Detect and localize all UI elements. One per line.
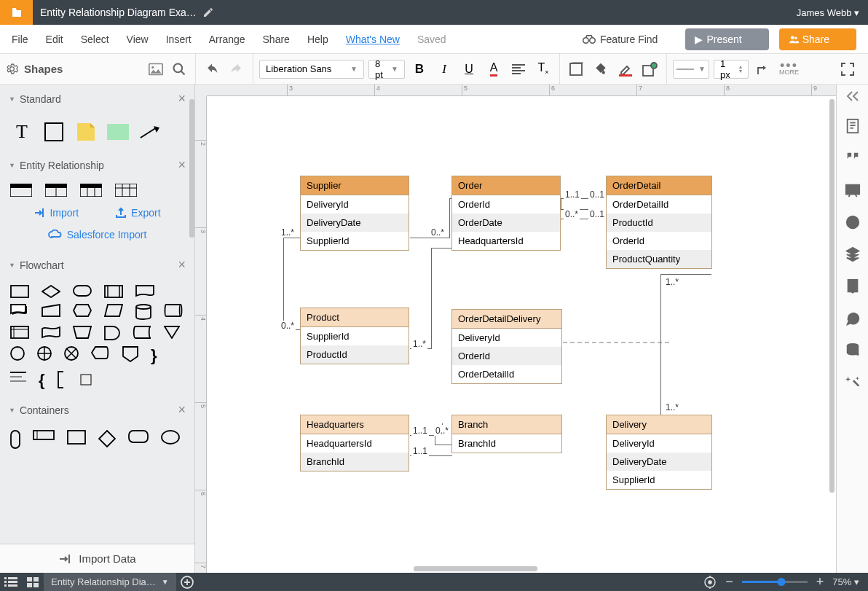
er-table3-shape[interactable]	[80, 184, 102, 197]
arrow-shape[interactable]	[138, 120, 162, 144]
fc-terminator[interactable]	[73, 285, 92, 297]
menu-share[interactable]: Share	[263, 34, 290, 45]
document-title[interactable]: Entity Relationship Diagram Exa…	[40, 7, 197, 18]
er-table4-shape[interactable]	[115, 184, 137, 197]
menu-arrange[interactable]: Arrange	[209, 34, 245, 45]
salesforce-import-link[interactable]: Salesforce Import	[0, 229, 194, 251]
fc-merge[interactable]	[164, 326, 180, 339]
border-color-icon[interactable]	[615, 59, 636, 79]
more-icon[interactable]: •••MORE	[779, 63, 799, 76]
entity-supplier[interactable]: Supplier DeliveryId DeliveryDate Supplie…	[300, 176, 409, 251]
comments-icon[interactable]	[845, 150, 861, 166]
category-entity-rel[interactable]: ▼Entity Relationship×	[0, 151, 194, 179]
fill-icon[interactable]	[591, 59, 611, 79]
master-icon[interactable]	[845, 278, 861, 294]
zoom-in[interactable]: +	[816, 574, 824, 590]
collapse-panel-icon[interactable]	[845, 90, 860, 102]
target-icon[interactable]	[703, 576, 717, 589]
menu-select[interactable]: Select	[81, 34, 109, 45]
fc-data[interactable]	[104, 304, 123, 317]
fc-display[interactable]	[91, 346, 110, 359]
er-table1-shape[interactable]	[10, 184, 32, 197]
close-icon[interactable]: ×	[178, 257, 186, 273]
entity-delivery[interactable]: Delivery DeliveryId DeliveryDate Supplie…	[606, 415, 712, 490]
add-page-icon[interactable]	[176, 573, 198, 591]
font-size-select[interactable]: 8 pt▼	[368, 60, 405, 79]
grid-view-icon[interactable]	[22, 573, 44, 591]
category-standard[interactable]: ▼Standard×	[0, 85, 194, 113]
fc-summing[interactable]	[64, 346, 79, 361]
fc-predef[interactable]	[104, 285, 123, 298]
bold-icon[interactable]: B	[409, 59, 430, 79]
fc-decision[interactable]	[42, 285, 60, 298]
user-menu[interactable]: James Webb ▾	[788, 7, 868, 18]
fc-note[interactable]	[10, 371, 26, 383]
present-button[interactable]: ▶ Present	[685, 28, 768, 50]
text-shape[interactable]: T	[10, 120, 33, 144]
underline-icon[interactable]: U	[459, 59, 479, 79]
menu-insert[interactable]: Insert	[166, 34, 192, 45]
zoom-out[interactable]: −	[725, 574, 733, 590]
text-color-icon[interactable]: A	[484, 59, 504, 79]
cont-ellipse[interactable]	[161, 430, 180, 445]
fc-paper-tape[interactable]	[42, 326, 60, 339]
image-icon[interactable]	[146, 59, 166, 79]
fc-multidoc[interactable]	[10, 304, 29, 317]
fc-stored[interactable]	[133, 326, 151, 339]
menu-whats-new[interactable]: What's New	[346, 34, 400, 45]
panel-scrollbar[interactable]	[189, 99, 194, 238]
canvas-vscrollbar[interactable]	[829, 99, 835, 493]
block-shape[interactable]	[106, 120, 130, 144]
entity-odd[interactable]: OrderDetailDelivery DeliveryId OrderId O…	[451, 309, 562, 384]
feature-find[interactable]: Feature Find	[583, 34, 675, 45]
close-icon[interactable]: ×	[178, 157, 186, 173]
er-table2-shape[interactable]	[45, 184, 67, 197]
font-select[interactable]: Liberation Sans▼	[259, 60, 364, 79]
align-icon[interactable]	[508, 59, 529, 79]
shapes-panel-label[interactable]: Shapes	[6, 63, 63, 75]
line-width-select[interactable]: 1 px▴▾	[714, 60, 749, 79]
search-icon[interactable]	[169, 59, 189, 79]
fc-manual-input[interactable]	[42, 304, 60, 317]
notes-icon[interactable]	[845, 118, 861, 134]
magic-icon[interactable]	[845, 375, 861, 391]
entity-branch[interactable]: Branch BranchId	[451, 415, 562, 453]
fc-offpage[interactable]	[122, 346, 138, 362]
entity-product[interactable]: Product SupplierId ProductId	[300, 308, 409, 364]
canvas-hscrollbar[interactable]	[414, 566, 537, 571]
fc-process[interactable]	[10, 285, 29, 298]
zoom-value[interactable]: 75% ▾	[832, 576, 859, 587]
history-icon[interactable]	[845, 214, 861, 230]
outline-view-icon[interactable]	[0, 573, 22, 591]
menu-edit[interactable]: Edit	[46, 34, 63, 45]
entity-order[interactable]: Order OrderId OrderDate HeadquartersId	[451, 176, 561, 251]
fc-preparation[interactable]	[73, 304, 92, 317]
diagram-canvas[interactable]: Supplier DeliveryId DeliveryDate Supplie…	[207, 96, 836, 573]
fc-document[interactable]	[135, 285, 154, 298]
undo-icon[interactable]	[202, 59, 222, 79]
clear-format-icon[interactable]: T×	[533, 59, 553, 79]
fc-directdata[interactable]	[164, 304, 183, 317]
italic-icon[interactable]: I	[434, 59, 454, 79]
edit-title-icon[interactable]	[202, 7, 214, 18]
style-icon[interactable]	[640, 59, 660, 79]
share-button[interactable]: Share	[779, 28, 856, 50]
import-data-button[interactable]: Import Data	[0, 544, 194, 573]
page-tab[interactable]: Entity Relationship Dia…▼	[44, 573, 176, 591]
cont-diamond[interactable]	[98, 430, 116, 447]
cont-box[interactable]	[67, 430, 86, 445]
presentation-icon[interactable]	[845, 182, 861, 198]
menu-view[interactable]: View	[127, 34, 149, 45]
shape-box-icon[interactable]	[566, 59, 586, 79]
cont-rect[interactable]	[33, 430, 55, 440]
redo-icon[interactable]	[226, 59, 247, 79]
fc-or[interactable]	[37, 346, 52, 361]
chat-icon[interactable]	[845, 310, 861, 326]
fc-fill-rect[interactable]	[80, 371, 93, 388]
fc-internal[interactable]	[10, 326, 29, 339]
fc-database[interactable]	[135, 304, 151, 320]
fc-manual-op[interactable]	[73, 326, 92, 339]
line-style-select[interactable]: ▼	[673, 60, 709, 79]
document-icon[interactable]	[0, 0, 33, 25]
fc-delay[interactable]	[104, 326, 120, 340]
